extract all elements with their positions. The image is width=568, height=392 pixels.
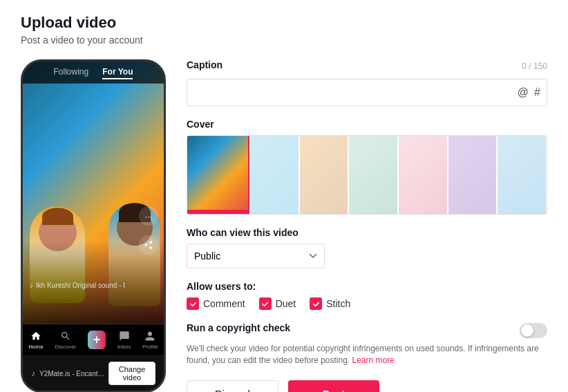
copyright-label: Run a copyright check xyxy=(187,322,290,333)
cover-selected[interactable] xyxy=(187,136,249,214)
phone-bottom-nav: Home Discover + Inbox Pro xyxy=(23,324,164,355)
phone-footer-left: ♪ Y2Mate.is - Encanto bu... xyxy=(31,369,108,378)
stitch-checkbox[interactable] xyxy=(310,297,322,310)
caption-section: Caption 0 / 150 @ # xyxy=(187,59,547,106)
page-title: Upload video xyxy=(21,14,547,32)
check-icon-3 xyxy=(312,300,320,308)
caption-icon-group: @ # xyxy=(518,86,540,99)
duet-label: Duet xyxy=(276,298,296,309)
phone-nav-following: Following xyxy=(54,67,89,79)
copyright-note: We'll check your video for potential cop… xyxy=(187,343,546,366)
phone-nav-plus[interactable]: + xyxy=(88,331,106,349)
cover-thumb-4[interactable] xyxy=(399,136,447,214)
page-subtitle: Post a video to your account xyxy=(21,35,547,46)
phone-nav-home: Home xyxy=(28,330,43,350)
cover-thumb-6[interactable] xyxy=(498,136,546,214)
allow-options-group: Comment Duet Stitc xyxy=(187,297,547,310)
profile-icon xyxy=(144,330,156,342)
action-buttons: Discard Post xyxy=(187,380,547,392)
phone-sound-text: ♪ Ikh Kureshi Original sound - I xyxy=(30,282,125,289)
who-can-view-select[interactable]: Public Friends Private xyxy=(187,244,325,268)
phone-nav: Following For You xyxy=(23,61,164,84)
who-can-view-label: Who can view this video xyxy=(187,227,547,238)
learn-more-link[interactable]: Learn more xyxy=(352,355,395,365)
footer-filename: Y2Mate.is - Encanto bu... xyxy=(39,370,108,378)
phone-nav-inbox: Inbox xyxy=(117,330,131,350)
phone-right-icons: ··· xyxy=(139,206,158,255)
caption-input[interactable] xyxy=(187,79,547,106)
cover-selection-bar xyxy=(187,210,248,214)
phone-nav-discover: Discover xyxy=(55,330,76,350)
home-icon xyxy=(30,330,42,342)
music-icon: ♪ xyxy=(31,369,35,378)
change-video-button[interactable]: Change video xyxy=(108,362,155,385)
stitch-label: Stitch xyxy=(326,298,350,309)
toggle-knob xyxy=(521,324,533,337)
duet-checkbox[interactable] xyxy=(259,297,272,310)
check-icon-2 xyxy=(261,300,269,308)
cover-selected-inner xyxy=(187,136,248,214)
cover-thumbnails xyxy=(249,136,547,214)
at-icon[interactable]: @ xyxy=(518,86,529,99)
caption-label: Caption xyxy=(187,59,223,70)
phone-preview: Following For You ··· xyxy=(21,59,166,392)
allow-users-section: Allow users to: Comment xyxy=(187,281,547,310)
copyright-section: Run a copyright check We'll check your v… xyxy=(187,322,547,366)
allow-users-label: Allow users to: xyxy=(187,281,547,292)
cover-section: Cover xyxy=(187,119,547,215)
cover-label: Cover xyxy=(187,119,547,130)
allow-comment-option[interactable]: Comment xyxy=(187,297,245,310)
cover-thumb-3[interactable] xyxy=(349,136,397,214)
discover-icon xyxy=(59,330,72,342)
more-icon: ··· xyxy=(139,206,158,226)
phone-nav-profile: Profile xyxy=(142,330,158,350)
hash-icon[interactable]: # xyxy=(534,86,540,99)
share-icon xyxy=(139,235,158,255)
plus-icon[interactable]: + xyxy=(88,331,106,349)
caption-input-wrapper: @ # xyxy=(187,79,547,106)
copyright-toggle[interactable] xyxy=(520,323,547,338)
cover-strip[interactable] xyxy=(187,135,547,215)
inbox-icon xyxy=(118,330,131,342)
cover-thumb-5[interactable] xyxy=(448,136,497,214)
post-button[interactable]: Post xyxy=(288,380,380,392)
discard-button[interactable]: Discard xyxy=(187,380,278,392)
caption-count: 0 / 150 xyxy=(522,61,547,71)
cover-thumb-1[interactable] xyxy=(250,136,299,214)
phone-nav-for-you: For You xyxy=(102,67,133,79)
comment-label: Comment xyxy=(203,298,245,309)
phone-footer: ♪ Y2Mate.is - Encanto bu... Change video xyxy=(23,355,164,391)
copyright-row: Run a copyright check xyxy=(187,322,547,339)
check-icon xyxy=(189,300,197,308)
allow-duet-option[interactable]: Duet xyxy=(259,297,296,310)
who-can-view-section: Who can view this video Public Friends P… xyxy=(187,227,547,268)
phone-screen: Following For You ··· xyxy=(23,61,164,324)
comment-checkbox[interactable] xyxy=(187,297,199,310)
cover-thumb-2[interactable] xyxy=(300,136,348,214)
right-panel: Caption 0 / 150 @ # Cover xyxy=(187,59,547,392)
allow-stitch-option[interactable]: Stitch xyxy=(310,297,350,310)
